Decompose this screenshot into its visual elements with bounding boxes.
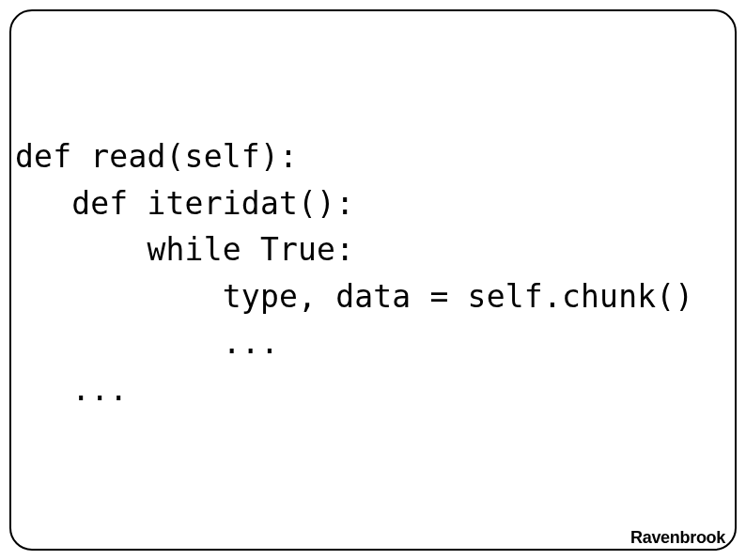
code-line-6: ... bbox=[15, 371, 128, 408]
code-line-2: def iteridat(): bbox=[15, 185, 354, 222]
code-line-1: def read(self): bbox=[15, 138, 298, 175]
code-block: def read(self): def iteridat(): while Tr… bbox=[15, 133, 693, 412]
slide-frame: def read(self): def iteridat(): while Tr… bbox=[9, 9, 737, 551]
code-line-5: ... bbox=[15, 324, 279, 361]
code-line-3: while True: bbox=[15, 231, 354, 268]
footer-brand: Ravenbrook bbox=[630, 528, 725, 548]
code-line-4: type, data = self.chunk() bbox=[15, 278, 693, 315]
